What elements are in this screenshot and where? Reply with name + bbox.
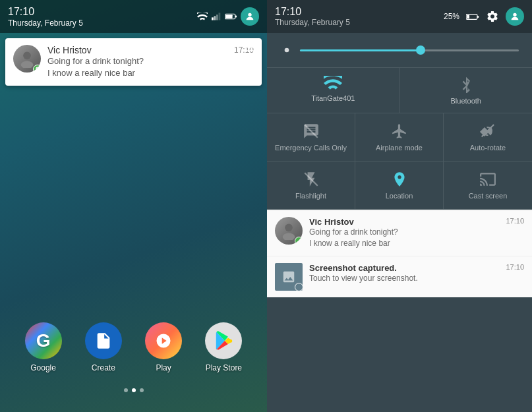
app-dock: G Google Create Play [0,316,267,379]
tile-location-label: Location [386,192,413,200]
flashlight-icon [303,171,320,188]
notif-item-message[interactable]: Vic Hristov 17:10 Going for a drink toni… [267,210,532,256]
svg-point-23 [283,233,295,241]
notification-avatar [13,45,41,73]
svg-rect-9 [246,47,258,48]
emergency-icon [303,123,320,140]
dot-2 [132,388,136,392]
tile-location[interactable]: Location [355,162,444,210]
svg-point-19 [285,48,289,53]
svg-rect-6 [225,15,233,18]
battery-icon [225,13,237,20]
battery-percentage: 25% [444,12,459,21]
quick-settings: TitanGate401 Bluetooth Emergency Calls O… [267,33,532,412]
notif-screenshot-line1: Touch to view your screenshot. [309,273,524,284]
brightness-row[interactable] [267,33,532,67]
tile-autorotate[interactable]: Auto-rotate [444,113,532,162]
wifi-tile-label: TitanGate401 [311,94,355,102]
notif-item-screenshot[interactable]: Screenshot captured. 17:10 Touch to view… [267,256,532,297]
wifi-icon [197,13,208,20]
svg-point-7 [248,13,251,16]
app-play-label: Play [156,363,171,372]
notification-sender: Vic Hristov [47,45,92,55]
notif-message-avatar [275,217,303,245]
screenshot-thumbnail [275,263,303,291]
brightness-slider[interactable] [300,49,519,51]
svg-rect-10 [246,50,255,51]
svg-point-24 [296,242,299,245]
svg-rect-16 [477,15,479,17]
left-status-bar: 17:10 Thursday, February 5 [0,0,267,33]
autorotate-icon [479,123,496,140]
notification-line1: Going for a drink tonight? [47,55,254,67]
settings-icon[interactable] [486,10,499,23]
dot-1 [124,388,128,392]
hangouts-badge [33,65,41,73]
brightness-fill [300,49,421,51]
hangouts-badge-notif [295,237,303,245]
right-date: Thursday, February 5 [275,18,444,27]
right-status-bar: 17:10 Thursday, February 5 25% [267,0,532,33]
app-google-label: Google [30,363,56,372]
app-play[interactable]: Play [145,322,182,372]
notif-screenshot-content: Screenshot captured. 17:10 Touch to view… [309,263,524,284]
notification-card[interactable]: Vic Hristov 17:10 Going for a drink toni… [5,38,262,86]
left-time: 17:10 [8,5,197,18]
notification-line2: I know a really nice bar [47,67,254,79]
brightness-thumb [416,45,425,55]
notifications-panel: Vic Hristov 17:10 Going for a drink toni… [267,210,532,297]
wifi-tile[interactable]: TitanGate401 [267,68,400,113]
tile-airplane[interactable]: Airplane mode [355,113,444,162]
svg-marker-14 [36,71,38,72]
tile-airplane-label: Airplane mode [376,144,423,152]
dot-3 [140,388,144,392]
right-panel: 17:10 Thursday, February 5 25% [267,0,532,412]
nav-icon [246,40,258,55]
left-status-icons [197,7,259,26]
battery-icon-right [466,13,479,20]
bluetooth-tile-icon [459,76,473,93]
page-dots [124,388,144,392]
quick-tiles-grid: Emergency Calls Only Airplane mode Auto-… [267,113,532,210]
cast-icon [479,171,496,188]
tile-emergency-label: Emergency Calls Only [275,144,347,152]
left-date: Thursday, February 5 [8,18,197,28]
svg-point-22 [285,224,293,232]
left-panel: 17:10 Thursday, February 5 [0,0,267,412]
tile-emergency[interactable]: Emergency Calls Only [267,113,355,162]
notif-message-content: Vic Hristov 17:10 Going for a drink toni… [309,217,524,249]
svg-rect-5 [235,16,237,18]
notif-sender-name: Vic Hristov [309,217,354,227]
svg-rect-8 [246,44,258,45]
tile-cast[interactable]: Cast screen [444,162,532,210]
app-play-store[interactable]: Play Store [205,322,242,372]
app-play-store-label: Play Store [206,363,242,372]
brightness-icon [280,44,293,57]
app-create[interactable]: Create [85,322,122,372]
notif-line2: I know a really nice bar [309,238,524,249]
right-user-avatar[interactable] [506,7,524,26]
notification-content: Vic Hristov 17:10 Going for a drink toni… [47,45,254,79]
tile-flashlight-label: Flashlight [295,192,326,200]
tile-flashlight[interactable]: Flashlight [267,162,355,210]
svg-point-12 [21,61,34,69]
signal-icon [212,13,221,20]
svg-rect-1 [214,16,216,20]
notif-line1: Going for a drink tonight? [309,227,524,238]
right-time: 17:10 [275,6,444,18]
wifi-tile-icon [324,76,342,90]
location-icon [391,171,408,188]
bluetooth-tile[interactable]: Bluetooth [400,68,533,113]
airplane-icon [391,123,408,140]
notif-sender-time: 17:10 [506,217,524,227]
bluetooth-tile-label: Bluetooth [451,97,481,105]
app-google[interactable]: G Google [25,322,62,372]
app-create-label: Create [92,363,115,372]
svg-point-18 [513,13,516,16]
network-tiles-row: TitanGate401 Bluetooth [267,67,532,113]
user-avatar[interactable] [241,7,259,26]
tile-cast-label: Cast screen [469,192,508,200]
svg-point-13 [36,67,40,71]
notif-screenshot-time: 17:10 [506,263,524,273]
screenshot-badge [295,283,303,291]
